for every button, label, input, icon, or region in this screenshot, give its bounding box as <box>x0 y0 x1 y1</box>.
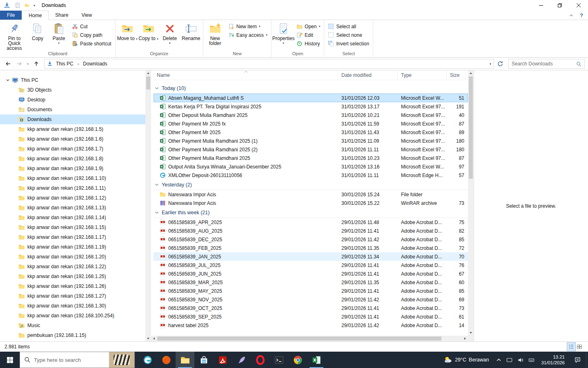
sidebar-item[interactable]: kkp anwar dan rekan (192.168.1.27) <box>0 291 151 301</box>
minimize-ribbon-icon[interactable] <box>569 13 573 18</box>
scroll-up-icon[interactable] <box>145 70 151 76</box>
tab-view[interactable]: View <box>75 11 98 20</box>
sidebar-item[interactable]: This PC <box>0 75 151 85</box>
file-row[interactable]: Other Payment Mr 2025 fx31/01/2026 11.59… <box>154 119 468 128</box>
sidebar-item[interactable]: Desktop <box>0 95 151 105</box>
breadcrumb-downloads[interactable]: Downloads <box>82 60 108 67</box>
weather-widget[interactable]: 29°C Berawan <box>439 352 493 368</box>
sidebar-item[interactable]: kkp anwar dan rekan (192.168.1.5) <box>0 124 151 134</box>
sidebar-item[interactable]: kkp anwar dan rekan (192.168.1.25) <box>0 272 151 281</box>
file-row[interactable]: 0651585839_NOV_202529/01/2026 11.42Adobe… <box>154 295 468 304</box>
copy-path-button[interactable]: Copy path <box>69 31 114 39</box>
file-row[interactable]: XMLOther Deposit-26013111005631/01/2026 … <box>154 171 468 180</box>
sidebar-item[interactable]: kkp anwar dan rekan (192.168.1.20) <box>0 252 151 262</box>
file-list-scrollbar[interactable] <box>468 70 474 336</box>
explorer-search-input[interactable] <box>512 61 576 67</box>
sidebar-scrollbar[interactable] <box>145 70 151 341</box>
recent-locations-chevron-icon[interactable]: ▾ <box>25 62 30 66</box>
select-none-button[interactable]: Select none <box>325 31 372 39</box>
qat-new-folder-icon[interactable] <box>24 2 30 8</box>
file-row[interactable]: 0651585839_MAR_202529/01/2026 11.35Adobe… <box>154 278 468 287</box>
search-highlight-image[interactable] <box>109 352 134 368</box>
file-row[interactable]: Other Payment Mulia Ramdhani 2025 (2)31/… <box>154 145 468 154</box>
easy-access-button[interactable]: Easy access ▾ <box>226 31 270 39</box>
sidebar-item[interactable]: kkp anwar dan rekan (192.168.1.19) <box>0 242 151 252</box>
file-row[interactable]: Nareswara Impor Acis30/01/2026 15.24File… <box>154 190 468 199</box>
file-row[interactable]: Output Anita Surya Winata_Januari-Desemb… <box>154 162 468 171</box>
sidebar-item[interactable]: kkp anwar dan rekan (192.168.1.7) <box>0 144 151 154</box>
action-center-button[interactable] <box>569 352 586 368</box>
opera-taskbar-icon[interactable] <box>251 352 270 368</box>
sidebar-item[interactable]: 3D Objects <box>0 85 151 95</box>
rename-button[interactable]: Rename <box>180 21 202 41</box>
sidebar-item[interactable]: kkp anwar dan rekan (192.168.1.11) <box>0 183 151 193</box>
file-row[interactable]: 0651585839_MAY_202529/01/2026 11.41Adobe… <box>154 287 468 295</box>
lightshot-taskbar-icon[interactable] <box>232 352 251 368</box>
file-row[interactable]: Other Payment Mulia Ramdhani 202531/01/2… <box>154 154 468 162</box>
thumbnails-view-button[interactable] <box>575 343 584 351</box>
details-view-button[interactable] <box>567 343 575 351</box>
paste-shortcut-button[interactable]: Paste shortcut <box>69 39 114 48</box>
scrollbar-thumb[interactable] <box>146 76 150 90</box>
sidebar-item[interactable]: kkp anwar dan rekan (192.168.1.9) <box>0 164 151 173</box>
file-row[interactable]: 0651585839_AUG_202529/01/2026 11.41Adobe… <box>154 227 468 235</box>
chrome-taskbar-icon[interactable] <box>288 352 307 368</box>
tab-share[interactable]: Share <box>49 11 75 20</box>
group-header[interactable]: Earlier this week (21) <box>154 207 468 218</box>
volume-icon[interactable] <box>515 352 526 368</box>
excel-taskbar-icon[interactable] <box>307 352 326 368</box>
hidden-icons-chevron-icon[interactable] <box>493 352 504 368</box>
file-row[interactable]: Nareswara Impor Acis30/01/2026 15.22WinR… <box>154 199 468 207</box>
sidebar-item[interactable]: kkp anwar dan rekan (192.168.1.15) <box>0 222 151 232</box>
file-row[interactable]: 0651585839_OCT_202529/01/2026 11.41Adobe… <box>154 304 468 312</box>
collapse-group-icon[interactable] <box>155 211 159 215</box>
forward-button[interactable] <box>14 59 24 69</box>
delete-button[interactable]: Delete ▾ <box>159 21 180 45</box>
sidebar-item[interactable]: kkp anwar dan rekan (192.168.1.14) <box>0 213 151 222</box>
sidebar-item[interactable]: kkp anwar dan rekan (192.168.1.13) <box>0 203 151 213</box>
expand-chevron-icon[interactable] <box>5 78 10 82</box>
file-row[interactable]: 0651585839_JUL_202529/01/2026 11.41Adobe… <box>154 261 468 269</box>
firefox-taskbar-icon[interactable] <box>157 352 176 368</box>
tab-home[interactable]: Home <box>22 11 49 20</box>
back-button[interactable] <box>3 59 13 69</box>
file-row[interactable]: Other Deposit Mulia Ramdhani 202531/01/2… <box>154 111 468 119</box>
taskbar-search[interactable] <box>20 352 135 368</box>
invert-selection-button[interactable]: Invert selection <box>325 39 372 48</box>
column-header-type[interactable]: Type <box>398 70 447 80</box>
column-header-date-modified[interactable]: Date modified <box>338 70 398 80</box>
qat-customize-chevron-icon[interactable]: ▾ <box>33 4 35 7</box>
explorer-search-box[interactable] <box>508 59 585 69</box>
new-item-button[interactable]: New item ▾ <box>226 22 270 31</box>
file-row[interactable]: Other Payment Mulia Ramdhani 2025 (1)31/… <box>154 137 468 145</box>
sidebar-item[interactable]: kkp anwar dan rekan (192.168.1.26) <box>0 281 151 291</box>
pin-to-quick-access-button[interactable]: Pin to Quick access <box>2 21 27 51</box>
file-row[interactable]: 0651585839_SEP_202529/01/2026 11.41Adobe… <box>154 312 468 321</box>
restore-button[interactable] <box>550 0 569 11</box>
history-button[interactable]: History <box>294 39 323 48</box>
scroll-down-icon[interactable] <box>145 336 151 341</box>
close-button[interactable] <box>569 0 588 11</box>
properties-button[interactable]: Properties ▾ <box>273 21 294 45</box>
move-to-button[interactable]: Move to ▾ <box>117 21 138 41</box>
copy-button[interactable]: Copy <box>27 21 48 41</box>
store-taskbar-icon[interactable] <box>194 352 213 368</box>
taskbar-search-input[interactable] <box>34 357 106 363</box>
sidebar-item[interactable]: kkp anwar dan rekan (192.168.1.22) <box>0 262 151 272</box>
edit-button[interactable]: Edit <box>294 31 323 39</box>
sidebar-item[interactable]: kkp anwar dan rekan (192.168.100.254) <box>0 311 151 321</box>
collapse-group-icon[interactable] <box>155 183 159 187</box>
file-row[interactable]: Kertas Kerja PT. Tera Digital Inspirasi … <box>154 102 468 111</box>
scroll-right-icon[interactable] <box>462 336 468 341</box>
up-button[interactable] <box>31 59 41 69</box>
address-bar[interactable]: This PC › Downloads ▾ <box>44 59 494 69</box>
sidebar-item[interactable]: Music <box>0 321 151 330</box>
file-row[interactable]: Absen Magang_Muhamad Luthfi S31/01/2026 … <box>154 94 468 102</box>
file-row[interactable]: Other Payment Mr 202531/01/2026 11.43Mic… <box>154 128 468 137</box>
scroll-down-icon[interactable] <box>468 330 474 336</box>
column-header-size[interactable]: Size <box>447 70 466 80</box>
explorer-taskbar-icon[interactable] <box>176 352 194 368</box>
file-row[interactable]: 0651585839_DEC_202529/01/2026 11.42Adobe… <box>154 235 468 244</box>
scrollbar-thumb[interactable] <box>157 337 441 341</box>
display-tray-icon[interactable] <box>504 352 515 368</box>
